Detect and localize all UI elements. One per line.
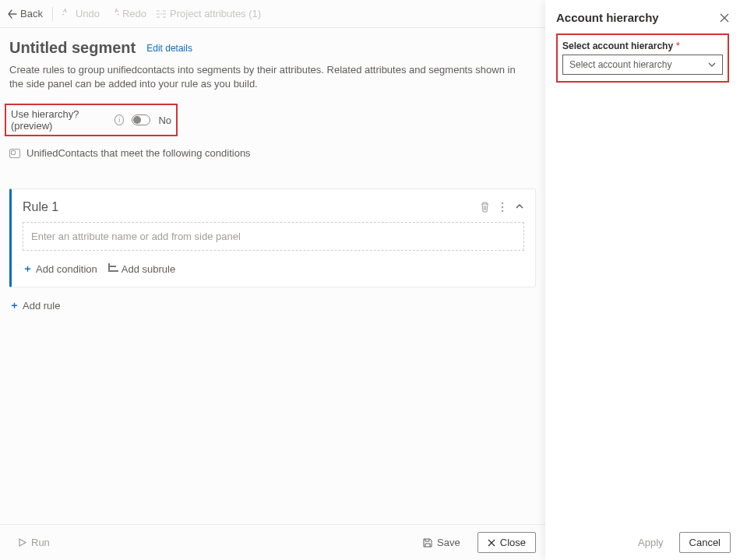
toolbar-divider — [52, 7, 53, 21]
conditions-text: UnifiedContacts that meet the following … — [26, 147, 251, 159]
add-condition-button[interactable]: ＋ Add condition — [23, 262, 97, 276]
svg-point-2 — [502, 210, 503, 212]
side-panel-close-button[interactable] — [720, 13, 729, 23]
add-subrule-label: Add subrule — [122, 263, 175, 275]
account-hierarchy-panel: Account hierarchy Select account hierarc… — [545, 0, 740, 560]
close-icon — [720, 13, 729, 23]
info-icon[interactable]: i — [115, 114, 124, 125]
page-title: Untitled segment — [9, 39, 136, 57]
rule-name[interactable]: Rule 1 — [23, 200, 58, 214]
redo-icon — [109, 9, 119, 19]
add-rule-label: Add rule — [23, 300, 60, 312]
back-arrow-icon — [8, 9, 17, 19]
rule-card: Rule 1 Enter an attribute name or add fr… — [9, 188, 536, 287]
redo-button[interactable]: Redo — [109, 8, 146, 19]
add-condition-label: Add condition — [36, 263, 97, 275]
select-hierarchy-value: Select account hierarchy — [569, 59, 671, 70]
attribute-input[interactable]: Enter an attribute name or add from side… — [23, 222, 524, 251]
conditions-row: UnifiedContacts that meet the following … — [0, 141, 545, 165]
undo-label: Undo — [76, 8, 100, 19]
branch-icon — [108, 263, 118, 272]
close-button[interactable]: Close — [477, 532, 536, 553]
svg-point-0 — [502, 203, 503, 204]
use-hierarchy-toggle[interactable] — [132, 114, 150, 125]
select-hierarchy-dropdown[interactable]: Select account hierarchy — [562, 55, 723, 75]
use-hierarchy-value: No — [158, 114, 171, 126]
top-toolbar: Back Undo Redo Project attributes (1) — [0, 0, 545, 28]
save-label: Save — [437, 537, 460, 548]
back-button[interactable]: Back — [8, 8, 43, 19]
save-button[interactable]: Save — [414, 533, 470, 552]
rule-header: Rule 1 — [12, 189, 535, 222]
add-rule-button[interactable]: ＋ Add rule — [0, 287, 545, 323]
close-icon — [488, 539, 495, 547]
contacts-icon — [9, 149, 20, 158]
use-hierarchy-row: Use hierarchy? (preview) i No — [5, 104, 178, 136]
select-hierarchy-label: Select account hierarchy * — [562, 40, 723, 51]
delete-icon[interactable] — [480, 202, 490, 213]
plus-icon: ＋ — [23, 262, 33, 276]
side-panel-footer: Apply Cancel — [545, 524, 740, 560]
rule-actions-icons — [480, 202, 524, 213]
save-icon — [423, 538, 432, 548]
edit-details-link[interactable]: Edit details — [146, 43, 192, 54]
run-label: Run — [31, 537, 50, 548]
svg-point-1 — [502, 206, 503, 208]
apply-label: Apply — [638, 537, 664, 548]
redo-label: Redo — [122, 8, 146, 19]
add-subrule-button[interactable]: Add subrule — [108, 262, 175, 276]
cancel-button[interactable]: Cancel — [679, 532, 731, 553]
select-hierarchy-highlight: Select account hierarchy * Select accoun… — [556, 33, 729, 83]
close-label: Close — [500, 537, 526, 548]
apply-button[interactable]: Apply — [629, 533, 673, 552]
chevron-down-icon — [708, 61, 716, 69]
collapse-icon[interactable] — [515, 202, 524, 211]
project-attributes-icon — [156, 9, 167, 19]
project-attributes-label: Project attributes (1) — [170, 8, 261, 19]
run-button[interactable]: Run — [9, 533, 59, 552]
side-panel-title: Account hierarchy — [556, 11, 659, 24]
undo-button[interactable]: Undo — [62, 8, 100, 19]
project-attributes-button[interactable]: Project attributes (1) — [156, 8, 261, 19]
undo-icon — [62, 9, 72, 19]
segment-builder-main: Back Undo Redo Project attributes (1) Un… — [0, 0, 545, 560]
more-icon[interactable] — [501, 202, 504, 213]
back-label: Back — [20, 8, 43, 19]
play-icon — [19, 538, 26, 547]
side-panel-header: Account hierarchy — [545, 0, 740, 30]
cancel-label: Cancel — [689, 537, 721, 548]
page-header: Untitled segment Edit details Create rul… — [0, 28, 545, 96]
page-description: Create rules to group unifiedcontacts in… — [9, 63, 523, 91]
required-asterisk: * — [676, 40, 680, 51]
use-hierarchy-label: Use hierarchy? (preview) — [11, 108, 107, 132]
plus-icon: ＋ — [9, 298, 19, 312]
footer-bar: Run Save Close — [0, 524, 545, 560]
